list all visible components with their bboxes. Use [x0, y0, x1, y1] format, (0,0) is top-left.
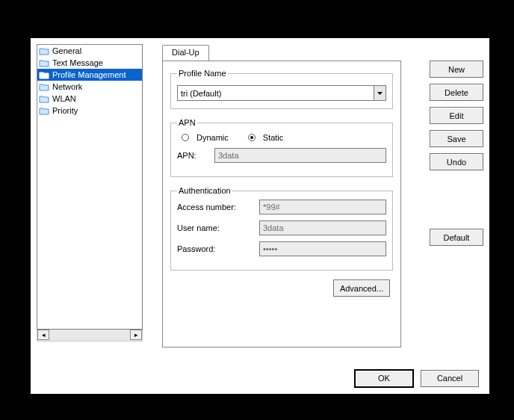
ok-button[interactable]: OK: [355, 370, 413, 387]
save-button[interactable]: Save: [430, 130, 483, 147]
apn-group: APN Dynamic Static APN: 3data: [170, 118, 393, 177]
sidebar-item-label: Priority: [52, 106, 78, 115]
new-button[interactable]: New: [430, 61, 483, 78]
apn-field-value: 3data: [218, 151, 239, 160]
apn-dynamic-radio[interactable]: [182, 134, 189, 141]
tab-label: Dial-Up: [172, 48, 199, 57]
sidebar-item-label: General: [52, 46, 81, 55]
username-field[interactable]: 3data: [259, 220, 386, 235]
profile-name-group: Profile Name tri (Default): [170, 69, 393, 109]
apn-field-label: APN:: [177, 151, 214, 160]
nav-tree: General Text Message Profile Management: [37, 44, 143, 330]
tab-bar: Dial-Up: [162, 44, 421, 61]
access-number-field[interactable]: *99#: [259, 200, 386, 214]
chevron-down-icon: [374, 86, 386, 100]
tab-dialup[interactable]: Dial-Up: [162, 45, 209, 61]
dialog-footer: OK Cancel: [31, 364, 489, 392]
auth-legend: Authentication: [177, 186, 232, 195]
sidebar-item-text-message[interactable]: Text Message: [37, 57, 142, 69]
sidebar-item-wlan[interactable]: WLAN: [37, 93, 142, 105]
username-label: User name:: [177, 223, 259, 232]
sidebar-item-label: WLAN: [52, 94, 76, 103]
apn-legend: APN: [177, 118, 197, 127]
password-label: Password:: [177, 244, 259, 253]
apn-field[interactable]: 3data: [214, 148, 386, 163]
folder-icon: [39, 47, 49, 55]
apn-dynamic-label: Dynamic: [196, 133, 229, 142]
sidebar-item-profile-management[interactable]: Profile Management: [37, 69, 142, 81]
sidebar-item-label: Network: [52, 82, 82, 91]
advanced-button[interactable]: Advanced...: [333, 280, 390, 297]
profile-name-value: tri (Default): [178, 89, 374, 98]
sidebar-item-label: Text Message: [52, 58, 103, 67]
edit-button[interactable]: Edit: [430, 107, 483, 124]
tab-panel: Profile Name tri (Default) APN Dynamic: [162, 61, 401, 348]
password-value: •••••: [263, 244, 277, 253]
scroll-left-icon[interactable]: ◂: [37, 330, 49, 340]
scroll-right-icon[interactable]: ▸: [130, 330, 142, 340]
sidebar-item-network[interactable]: Network: [37, 81, 142, 93]
sidebar-hscrollbar[interactable]: ◂ ▸: [37, 330, 143, 342]
settings-window: General Text Message Profile Management: [30, 37, 490, 395]
access-number-value: *99#: [263, 203, 280, 211]
default-button[interactable]: Default: [430, 229, 483, 246]
folder-icon: [39, 59, 49, 67]
folder-open-icon: [39, 71, 49, 79]
folder-icon: [39, 95, 49, 103]
cancel-button[interactable]: Cancel: [421, 370, 479, 387]
apn-static-radio[interactable]: [248, 134, 256, 141]
username-value: 3data: [263, 223, 284, 232]
profile-name-legend: Profile Name: [177, 69, 228, 78]
sidebar-item-priority[interactable]: Priority: [37, 105, 142, 117]
action-column: New Delete Edit Save Undo Default: [421, 44, 483, 358]
profile-name-select[interactable]: tri (Default): [177, 85, 386, 101]
apn-static-label: Static: [263, 133, 284, 142]
auth-group: Authentication Access number: *99# User …: [170, 186, 393, 271]
password-field[interactable]: •••••: [259, 241, 386, 256]
access-number-label: Access number:: [177, 203, 259, 211]
delete-button[interactable]: Delete: [430, 84, 483, 101]
sidebar-item-general[interactable]: General: [37, 45, 142, 57]
folder-icon: [39, 83, 49, 91]
sidebar-item-label: Profile Management: [52, 70, 126, 79]
undo-button[interactable]: Undo: [430, 153, 483, 170]
folder-icon: [39, 107, 49, 115]
